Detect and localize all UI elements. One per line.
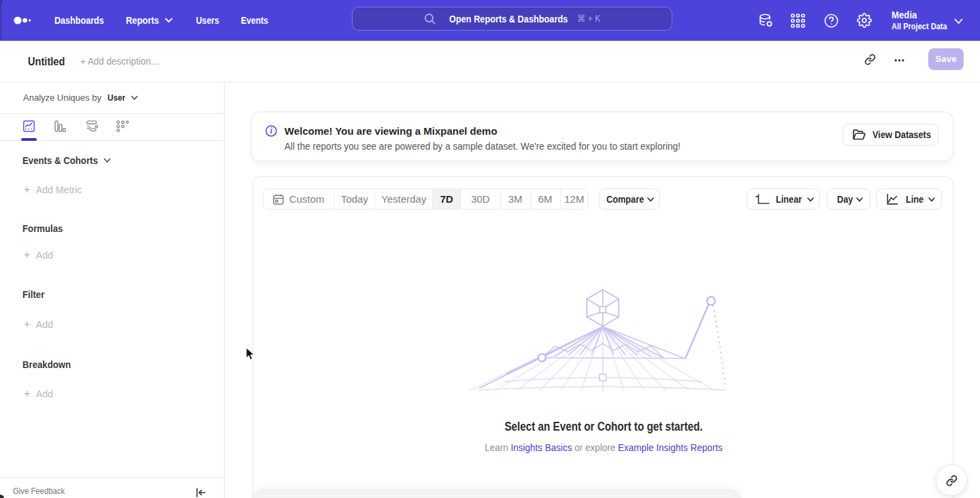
svg-text:i: i (270, 127, 273, 135)
